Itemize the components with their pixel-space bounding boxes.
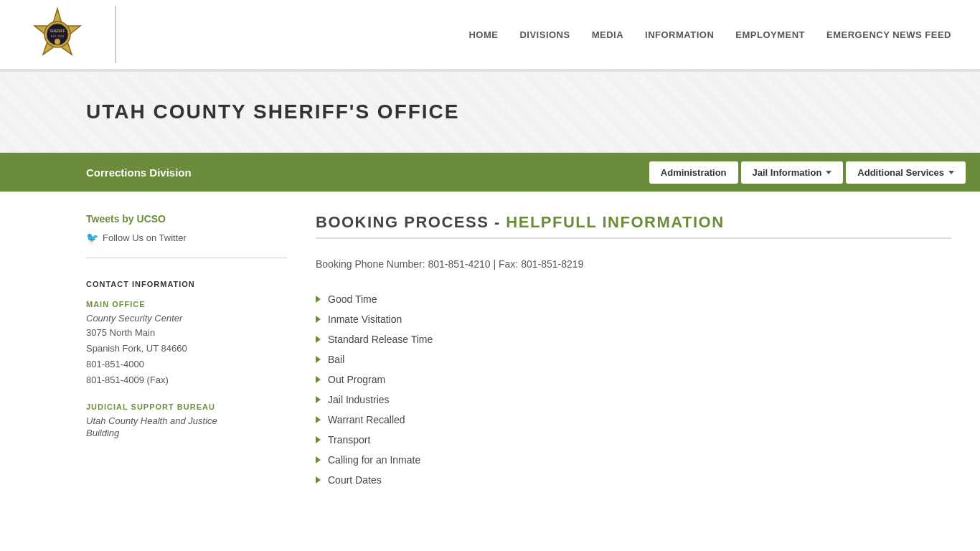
list-item-label: Jail Industries [328, 394, 390, 405]
article-title: BOOKING PROCESS - HELPFULL INFORMATION [316, 213, 951, 232]
nav-item-employment[interactable]: EMPLOYMENT [735, 29, 805, 40]
nav-item-home[interactable]: HOME [468, 29, 498, 40]
list-item-label: Court Dates [328, 474, 382, 486]
main-office-phone2: 801-851-4009 (Fax) [86, 372, 287, 388]
list-item[interactable]: Court Dates [316, 470, 951, 490]
list-item-label: Good Time [328, 293, 377, 305]
list-item[interactable]: Transport [316, 430, 951, 450]
booking-list: Good TimeInmate VisitationStandard Relea… [316, 289, 951, 490]
booking-info: Booking Phone Number: 801-851-4210 | Fax… [316, 256, 951, 272]
main-office-address1: 3075 North Main [86, 325, 287, 341]
list-item-label: Inmate Visitation [328, 314, 402, 325]
nav-item-information[interactable]: INFORMATION [645, 29, 714, 40]
list-item-label: Warrant Recalled [328, 414, 405, 425]
green-nav-btn-additional-services[interactable]: Additional Services [846, 161, 966, 184]
judicial-bureau-heading: JUDICIAL SUPPORT BUREAU [86, 402, 287, 411]
article-title-prefix: BOOKING PROCESS - [316, 213, 506, 231]
arrow-right-icon [316, 336, 321, 343]
svg-text:EST. 1852: EST. 1852 [51, 34, 65, 38]
main-content: Tweets by UCSO 🐦 Follow Us on Twitter CO… [0, 192, 980, 512]
arrow-right-icon [316, 476, 321, 484]
tweets-section: Tweets by UCSO 🐦 Follow Us on Twitter [86, 213, 287, 258]
tweets-link[interactable]: Tweets by UCSO [86, 213, 287, 225]
list-item-label: Calling for an Inmate [328, 454, 420, 466]
list-item[interactable]: Warrant Recalled [316, 410, 951, 430]
judicial-bureau-building: Utah County Health and Justice [86, 415, 287, 426]
chevron-down-icon [826, 171, 831, 174]
arrow-right-icon [316, 456, 321, 463]
arrow-right-icon [316, 396, 321, 403]
site-header: SHERIFF EST. 1852 HOMEDIVISIONSMEDIAINFO… [0, 0, 980, 72]
svg-point-5 [55, 39, 60, 44]
page-title: UTAH COUNTY SHERIFF'S OFFICE [86, 100, 894, 123]
header-divider [115, 6, 116, 63]
arrow-right-icon [316, 296, 321, 303]
list-item[interactable]: Out Program [316, 369, 951, 390]
list-item-label: Standard Release Time [328, 334, 433, 345]
green-nav-btn-administration[interactable]: Administration [649, 161, 738, 184]
contact-title: CONTACT INFORMATION [86, 280, 287, 288]
list-item[interactable]: Jail Industries [316, 390, 951, 410]
nav-item-media[interactable]: MEDIA [592, 29, 623, 40]
nav-item-emergency-news-feed[interactable]: EMERGENCY NEWS FEED [826, 29, 951, 40]
list-item[interactable]: Calling for an Inmate [316, 450, 951, 470]
follow-twitter-button[interactable]: 🐦 Follow Us on Twitter [86, 232, 287, 243]
follow-label: Follow Us on Twitter [103, 232, 187, 243]
article-divider [316, 237, 951, 239]
sidebar: Tweets by UCSO 🐦 Follow Us on Twitter CO… [86, 213, 287, 490]
arrow-right-icon [316, 416, 321, 423]
list-item-label: Out Program [328, 374, 385, 385]
judicial-bureau-block: JUDICIAL SUPPORT BUREAU Utah County Heal… [86, 402, 287, 438]
svg-text:SHERIFF: SHERIFF [50, 29, 65, 33]
nav-item-divisions[interactable]: DIVISIONS [519, 29, 570, 40]
list-item[interactable]: Bail [316, 349, 951, 369]
section-nav-items: AdministrationJail InformationAdditional… [649, 161, 966, 184]
chevron-down-icon [948, 171, 954, 174]
list-item-label: Transport [328, 434, 370, 446]
article-title-highlight: HELPFULL INFORMATION [506, 213, 724, 231]
green-nav-btn-label: Jail Information [753, 167, 822, 178]
arrow-right-icon [316, 356, 321, 363]
logo-area: SHERIFF EST. 1852 [29, 6, 86, 63]
list-item[interactable]: Good Time [316, 289, 951, 309]
main-office-phone1: 801-851-4000 [86, 357, 287, 372]
list-item[interactable]: Standard Release Time [316, 329, 951, 349]
contact-section: CONTACT INFORMATION MAIN OFFICE County S… [86, 280, 287, 438]
main-office-address2: Spanish Fork, UT 84660 [86, 341, 287, 357]
section-nav-bar: Corrections Division AdministrationJail … [0, 153, 980, 192]
main-office-building: County Security Center [86, 313, 287, 324]
list-item-label: Bail [328, 354, 344, 365]
main-office-block: MAIN OFFICE County Security Center 3075 … [86, 300, 287, 388]
judicial-bureau-building2: Building [86, 428, 287, 438]
list-item[interactable]: Inmate Visitation [316, 309, 951, 329]
main-nav: HOMEDIVISIONSMEDIAINFORMATIONEMPLOYMENTE… [468, 29, 951, 40]
arrow-right-icon [316, 436, 321, 443]
green-nav-btn-jail-information[interactable]: Jail Information [741, 161, 844, 184]
arrow-right-icon [316, 316, 321, 323]
arrow-right-icon [316, 376, 321, 383]
green-nav-btn-label: Administration [661, 167, 727, 178]
green-nav-btn-label: Additional Services [857, 167, 944, 178]
main-office-heading: MAIN OFFICE [86, 300, 287, 309]
section-nav-title: Corrections Division [86, 166, 649, 179]
article: BOOKING PROCESS - HELPFULL INFORMATION B… [316, 213, 951, 490]
sheriff-badge-icon: SHERIFF EST. 1852 [29, 6, 86, 63]
hero-banner: UTAH COUNTY SHERIFF'S OFFICE [0, 72, 980, 153]
twitter-icon: 🐦 [86, 232, 98, 243]
